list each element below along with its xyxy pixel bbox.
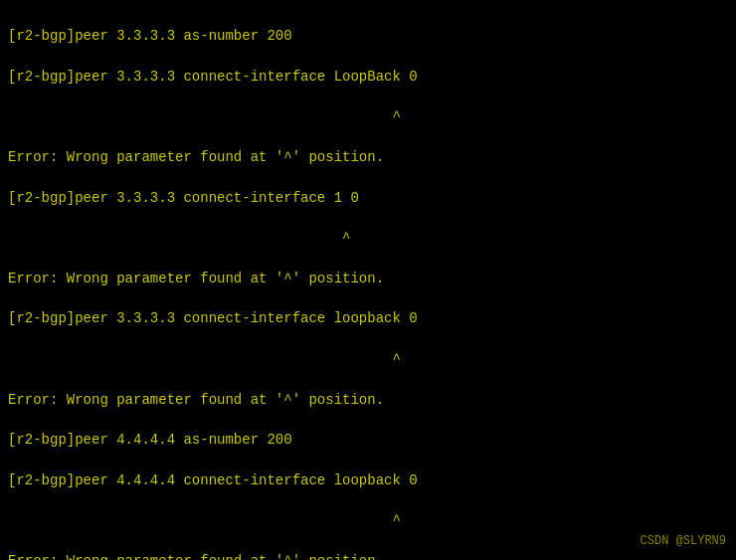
terminal-line-l2: [r2-bgp]peer 3.3.3.3 connect-interface L… (8, 67, 728, 87)
terminal-line-l9: ^ (8, 349, 728, 369)
terminal-line-l1: [r2-bgp]peer 3.3.3.3 as-number 200 (8, 26, 728, 46)
terminal-line-l14: Error: Wrong parameter found at '^' posi… (8, 551, 728, 560)
watermark: CSDN @SLYRN9 (641, 533, 726, 550)
terminal-line-l13: ^ (8, 510, 728, 530)
terminal-line-l7: Error: Wrong parameter found at '^' posi… (8, 269, 728, 288)
terminal-line-l6: ^ (8, 228, 728, 248)
terminal: [r2-bgp]peer 3.3.3.3 as-number 200 [r2-b… (0, 0, 736, 560)
terminal-line-l3: ^ (8, 106, 728, 126)
terminal-line-l10: Error: Wrong parameter found at '^' posi… (8, 390, 728, 410)
terminal-line-l5: [r2-bgp]peer 3.3.3.3 connect-interface 1… (8, 188, 728, 208)
terminal-line-l8: [r2-bgp]peer 3.3.3.3 connect-interface l… (8, 308, 728, 328)
terminal-line-l12: [r2-bgp]peer 4.4.4.4 connect-interface l… (8, 470, 728, 490)
terminal-line-l11: [r2-bgp]peer 4.4.4.4 as-number 200 (8, 430, 728, 450)
terminal-line-l4: Error: Wrong parameter found at '^' posi… (8, 147, 728, 167)
